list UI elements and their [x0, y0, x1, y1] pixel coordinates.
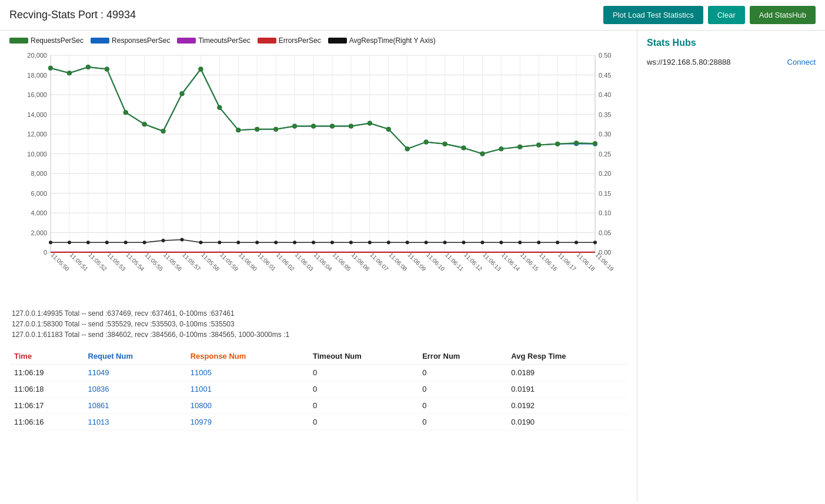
- svg-text:6,000: 6,000: [31, 190, 47, 197]
- svg-text:20,000: 20,000: [27, 52, 47, 59]
- td-avg: 0.0191: [506, 381, 627, 398]
- plot-button[interactable]: Plot Load Test Statistics: [603, 6, 703, 24]
- connect-link[interactable]: Connect: [787, 58, 816, 66]
- td-error: 0: [417, 414, 506, 430]
- svg-text:11:06:11: 11:06:11: [444, 252, 465, 273]
- svg-text:11:06:15: 11:06:15: [519, 252, 540, 273]
- svg-text:11:06:16: 11:06:16: [538, 252, 559, 273]
- th-error: Error Num: [417, 348, 506, 365]
- th-resp: Response Num: [186, 348, 308, 365]
- td-resp: 10979: [186, 414, 308, 430]
- table-row: 11:06:17 10861 10800 0 0 0.0192: [9, 398, 627, 414]
- svg-point-161: [142, 122, 147, 126]
- svg-text:11:05:52: 11:05:52: [87, 252, 108, 273]
- svg-point-108: [274, 241, 278, 244]
- legend-errors-label: ErrorsPerSec: [279, 36, 321, 45]
- svg-text:11:05:59: 11:05:59: [219, 252, 240, 273]
- svg-point-101: [143, 241, 146, 244]
- svg-text:11:05:55: 11:05:55: [143, 252, 165, 273]
- svg-text:14,000: 14,000: [27, 111, 47, 118]
- svg-text:11:06:13: 11:06:13: [482, 252, 503, 273]
- td-resp: 11001: [186, 381, 308, 398]
- svg-point-157: [67, 71, 72, 75]
- svg-point-107: [255, 241, 259, 244]
- svg-text:11:05:58: 11:05:58: [200, 252, 221, 273]
- svg-text:11:06:07: 11:06:07: [369, 252, 390, 273]
- svg-text:11:05:56: 11:05:56: [162, 252, 183, 273]
- add-statshub-button[interactable]: Add StatsHub: [750, 6, 816, 24]
- legend-avgresp-label: AvgRespTime(Right Y Axis): [349, 36, 436, 45]
- svg-point-165: [217, 105, 222, 110]
- svg-point-102: [162, 239, 165, 242]
- svg-point-169: [292, 124, 297, 129]
- clear-button[interactable]: Clear: [708, 6, 745, 24]
- svg-point-160: [123, 110, 128, 115]
- svg-text:11:06:00: 11:06:00: [238, 252, 259, 273]
- svg-text:0.35: 0.35: [599, 111, 611, 118]
- svg-text:11:05:57: 11:05:57: [181, 252, 202, 273]
- svg-point-120: [499, 241, 503, 244]
- th-avg: Avg Resp Time: [506, 348, 627, 365]
- svg-text:0: 0: [44, 249, 47, 256]
- svg-point-162: [161, 129, 166, 133]
- svg-text:11:06:14: 11:06:14: [500, 252, 522, 273]
- svg-point-110: [312, 241, 315, 244]
- svg-text:11:06:01: 11:06:01: [256, 252, 278, 273]
- svg-text:8,000: 8,000: [31, 170, 47, 177]
- svg-text:0.45: 0.45: [599, 72, 611, 79]
- svg-text:11:06:12: 11:06:12: [463, 252, 484, 273]
- svg-point-99: [105, 241, 109, 244]
- svg-point-167: [255, 127, 259, 132]
- svg-text:0.05: 0.05: [599, 229, 611, 236]
- svg-point-156: [48, 66, 53, 71]
- responses-color: [91, 38, 109, 44]
- th-req: Requet Num: [83, 348, 185, 365]
- svg-text:10,000: 10,000: [27, 151, 47, 158]
- svg-point-158: [86, 65, 91, 69]
- svg-point-119: [480, 241, 484, 244]
- svg-text:11:06:17: 11:06:17: [557, 252, 578, 273]
- sidebar: Stats Hubs ws://192.168.5.80:28888 Conne…: [637, 31, 825, 501]
- td-avg: 0.0190: [506, 414, 627, 430]
- hub-url: ws://192.168.5.80:28888: [647, 58, 730, 66]
- svg-text:11:06:10: 11:06:10: [425, 252, 446, 273]
- svg-point-173: [368, 121, 372, 126]
- td-error: 0: [417, 365, 506, 381]
- svg-point-183: [555, 142, 560, 146]
- td-timeout: 0: [308, 414, 417, 430]
- svg-text:11:05:54: 11:05:54: [125, 252, 146, 273]
- stats-line-2: 127.0.0.1:58300 Total -- send :535529, r…: [9, 320, 627, 328]
- svg-point-124: [575, 241, 578, 244]
- svg-point-159: [105, 66, 109, 71]
- th-time: Time: [9, 348, 83, 365]
- svg-text:4,000: 4,000: [31, 209, 47, 216]
- svg-point-174: [386, 127, 391, 132]
- td-time: 11:06:17: [9, 398, 83, 414]
- chart-area: RequestsPerSec ResponsesPerSec TimeoutsP…: [0, 31, 637, 501]
- svg-point-97: [68, 241, 71, 244]
- svg-text:11:06:09: 11:06:09: [406, 252, 427, 273]
- svg-point-98: [86, 241, 90, 244]
- hub-row: ws://192.168.5.80:28888 Connect: [647, 58, 816, 66]
- table-row: 11:06:18 10836 11001 0 0 0.0191: [9, 381, 627, 398]
- svg-point-181: [517, 145, 522, 149]
- svg-text:16,000: 16,000: [27, 91, 47, 98]
- svg-text:0.30: 0.30: [599, 131, 611, 138]
- td-time: 11:06:16: [9, 414, 83, 430]
- svg-text:0.25: 0.25: [599, 151, 611, 158]
- td-req: 11013: [83, 414, 185, 430]
- legend-responses: ResponsesPerSec: [91, 36, 170, 45]
- td-timeout: 0: [308, 398, 417, 414]
- stats-lines: 127.0.0.1:49935 Total -- send :637469, r…: [9, 309, 627, 339]
- svg-point-166: [236, 128, 241, 132]
- svg-point-123: [556, 241, 559, 244]
- td-error: 0: [417, 398, 506, 414]
- svg-point-163: [180, 91, 185, 96]
- page-title: Recving-Stats Port : 49934: [9, 9, 599, 21]
- svg-point-118: [462, 241, 465, 244]
- svg-point-177: [443, 142, 447, 146]
- svg-text:11:06:03: 11:06:03: [294, 252, 315, 273]
- td-req: 10861: [83, 398, 185, 414]
- svg-text:0.20: 0.20: [599, 170, 611, 177]
- td-resp: 10800: [186, 398, 308, 414]
